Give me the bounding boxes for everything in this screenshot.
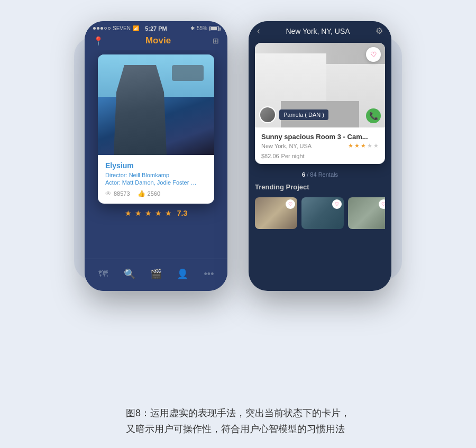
rental-location: New York, NY, USA: [261, 143, 312, 149]
battery-icon: [209, 26, 219, 31]
thumbs-up-icon: 👍: [138, 190, 145, 197]
search-icon: 🔍: [124, 268, 135, 280]
host-name: Pamela ( DAN ): [279, 109, 328, 120]
views-stat: 👁 88573: [105, 190, 130, 197]
bluetooth-icon: ✱: [190, 25, 195, 31]
star-2: ★: [135, 209, 142, 217]
nav-more-item[interactable]: •••: [199, 264, 218, 284]
location-pin-icon[interactable]: 📍: [93, 36, 104, 46]
pagination-total: 84: [310, 171, 316, 178]
favorite-button[interactable]: ♡: [366, 47, 381, 62]
rental-property-image: ♡ Pamela ( DAN ) 📞: [255, 43, 385, 127]
eye-icon: 👁: [105, 190, 112, 197]
signal-dots: [93, 27, 111, 30]
phone1-nav-bar: 📍 Movie ⊞: [85, 33, 227, 50]
rental-property-name: Sunny spacious Room 3 - Cam...: [261, 133, 379, 141]
caption-line1: 图8：运用虚实的表现手法，突出当前状态下的卡片，: [126, 405, 350, 422]
nav-map-item[interactable]: 🗺: [94, 264, 113, 284]
poster-image: [98, 54, 214, 155]
phone1-movie-app: SEVEN 📶 5:27 PM ✱ 55% 📍 Movie: [85, 21, 227, 291]
phone1-bottom-nav: 🗺 🔍 🎬 👤 •••: [85, 259, 227, 291]
more-dots-icon: •••: [204, 269, 214, 280]
map-icon: 🗺: [98, 269, 108, 280]
caption-area: 图8：运用虚实的表现手法，突出当前状态下的卡片， 又暗示用户可操作性，符合用户心…: [94, 392, 382, 448]
price-suffix: Per night: [281, 153, 305, 159]
heart-icon-1: ♡: [288, 202, 292, 207]
rental-pagination: 6 / 84 Rentals: [249, 168, 391, 181]
pagination-rentals-label: Rentals: [318, 171, 338, 178]
filter-icon[interactable]: ⚙: [376, 26, 383, 36]
director-label: Director:: [105, 172, 127, 178]
host-avatar: [259, 106, 276, 123]
rental-price: $82.06 Per night: [261, 151, 379, 160]
movie-director: Director: Neill Blomkamp: [105, 172, 207, 178]
movie-card-area: Elysium Director: Neill Blomkamp Actor: …: [85, 50, 227, 259]
rental-star-3: ★: [361, 142, 366, 149]
price-value: $82.06: [261, 153, 279, 159]
profile-icon: 👤: [177, 268, 188, 280]
phone-icon: 📞: [369, 112, 378, 120]
movie-title: Elysium: [105, 161, 207, 170]
battery-percent: 55%: [197, 25, 207, 31]
rental-main-card[interactable]: ♡ Pamela ( DAN ) 📞: [255, 43, 385, 164]
back-button[interactable]: ‹: [257, 25, 260, 36]
star-3: ★: [145, 209, 152, 217]
trending-images-row: ♡ ♡ ♡: [255, 197, 385, 229]
nav-search-item[interactable]: 🔍: [120, 264, 139, 284]
signal-dot-1: [93, 27, 96, 30]
poster-drones: [172, 65, 204, 81]
battery-fill: [210, 27, 217, 30]
wifi-icon: 📶: [133, 25, 139, 31]
poster-soldier-figure: [114, 65, 167, 155]
signal-dot-3: [100, 27, 103, 30]
like-count: 2560: [148, 190, 160, 197]
movie-poster-card[interactable]: Elysium Director: Neill Blomkamp Actor: …: [98, 54, 214, 204]
pagination-current: 6: [302, 171, 305, 178]
nav-profile-item[interactable]: 👤: [173, 264, 192, 284]
phone2-wrapper: ‹ New York, NY, USA ⚙ ♡: [249, 21, 391, 291]
signal-dot-4: [104, 27, 107, 30]
signal-dot-2: [97, 27, 99, 30]
rental-star-1: ★: [348, 142, 353, 149]
pagination-separator: /: [307, 171, 308, 178]
trending-item-2[interactable]: ♡: [301, 197, 344, 229]
status-left: SEVEN 📶: [93, 25, 139, 31]
movie-stats: 👁 88573 👍 2560: [105, 190, 207, 197]
carrier-name: SEVEN: [113, 25, 131, 31]
main-container: SEVEN 📶 5:27 PM ✱ 55% 📍 Movie: [0, 0, 476, 448]
heart-icon: ♡: [370, 50, 377, 59]
rental-star-2: ★: [354, 142, 360, 149]
actor-label: Actor:: [105, 179, 121, 186]
host-badge: Pamela ( DAN ): [259, 106, 328, 123]
star-1: ★: [125, 209, 132, 217]
trending-item-3[interactable]: ♡: [348, 197, 385, 229]
call-button[interactable]: 📞: [366, 108, 381, 123]
phones-area: SEVEN 📶 5:27 PM ✱ 55% 📍 Movie: [53, 0, 423, 392]
trending-heart-3[interactable]: ♡: [379, 199, 385, 209]
movie-info: Elysium Director: Neill Blomkamp Actor: …: [98, 155, 214, 204]
view-count: 88573: [114, 190, 130, 197]
rating-area: ★ ★ ★ ★ ★ 7.3: [125, 204, 187, 221]
heart-icon-2: ♡: [335, 202, 339, 207]
trending-item-1[interactable]: ♡: [255, 197, 297, 229]
trending-heart-2[interactable]: ♡: [332, 199, 342, 209]
star-4: ★: [155, 209, 162, 217]
trending-heart-1[interactable]: ♡: [286, 199, 295, 209]
grid-view-icon[interactable]: ⊞: [213, 36, 219, 45]
rental-details: Sunny spacious Room 3 - Cam... New York,…: [255, 127, 385, 164]
director-name: Neill Blomkamp: [129, 172, 169, 178]
rating-score: 7.3: [177, 209, 187, 217]
status-time: 5:27 PM: [145, 25, 167, 32]
caption-line2: 又暗示用户可操作性，符合用户心智模型的习惯用法: [126, 421, 350, 437]
nav-movie-item[interactable]: 🎬: [147, 264, 166, 284]
star-half: ★: [165, 209, 172, 217]
rental-stars: ★ ★ ★ ★ ★: [348, 142, 379, 149]
phone1-status-bar: SEVEN 📶 5:27 PM ✱ 55%: [85, 21, 227, 33]
movie-app-title: Movie: [145, 35, 171, 46]
status-right: ✱ 55%: [190, 25, 219, 31]
phone2-rental-app: ‹ New York, NY, USA ⚙ ♡: [249, 21, 391, 291]
phone1-wrapper: SEVEN 📶 5:27 PM ✱ 55% 📍 Movie: [85, 21, 227, 291]
movie-actor: Actor: Matt Damon, Jodie Foster …: [105, 179, 207, 186]
trending-section: Trending Project ♡ ♡: [249, 181, 391, 291]
rental-star-4: ★: [367, 142, 372, 149]
